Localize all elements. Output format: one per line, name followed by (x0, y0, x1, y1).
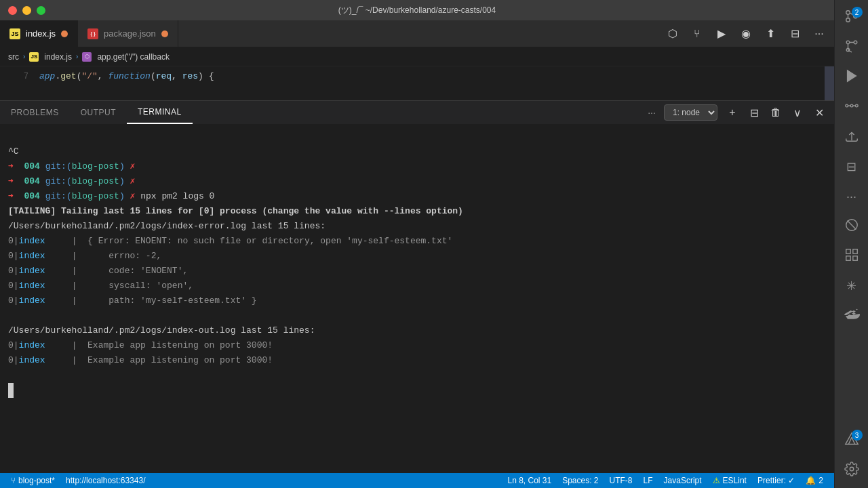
terminal-out-log-path: /Users/burkeholland/.pm2/logs/index-out.… (8, 323, 826, 338)
breadcrumb: src › JS index.js › ⬡ app.get("/") callb… (0, 47, 834, 66)
right-sidebar: 2 ⊟ (834, 0, 868, 488)
delete-terminal-icon[interactable]: 🗑 (766, 103, 785, 122)
sb-bell[interactable]: 🔔 2 (800, 473, 829, 488)
terminal-tailing: [TAILING] Tailing last 15 lines for [0] … (8, 204, 826, 219)
more-icon[interactable]: ··· (810, 24, 829, 43)
close-button[interactable] (8, 6, 17, 15)
breadcrumb-sep-1: › (23, 53, 25, 60)
terminal-blank-2 (8, 368, 826, 383)
rs-more[interactable]: ··· (840, 184, 864, 209)
breadcrumb-file[interactable]: index.js (44, 52, 72, 62)
terminal-out-1: 0|index | Example app listening on port … (8, 338, 826, 353)
titlebar: (ツ)_/¯ ~/Dev/burkeholland/azure-casts/00… (0, 0, 834, 20)
terminal-content[interactable]: ^C ➜ 004 git:(blog-post) ✗ ➜ 004 git:(bl… (0, 124, 834, 473)
rs-grid[interactable] (840, 244, 864, 268)
param-req: req (156, 71, 172, 81)
rs-azure[interactable]: 3 (840, 428, 864, 453)
rs-upload[interactable] (840, 125, 864, 149)
tab-terminal[interactable]: TERMINAL (127, 101, 193, 124)
svg-point-5 (846, 41, 850, 44)
terminal-error-5: 0|index | path: 'my-self-esteem.txt' } (8, 293, 826, 308)
svg-marker-8 (847, 70, 856, 81)
terminal-prompt-1: ➜ 004 git:(blog-post) ✗ (8, 159, 826, 174)
language-text: JavaScript (664, 476, 702, 485)
azure-badge: 3 (852, 430, 863, 441)
js-icon: JS (9, 28, 20, 39)
svg-rect-19 (846, 256, 850, 260)
panel-close-icon[interactable]: ✕ (810, 103, 829, 122)
sb-prettier[interactable]: Prettier: ✓ (752, 473, 800, 488)
git-push-icon[interactable]: ⬆ (761, 24, 780, 43)
new-terminal-icon[interactable]: + (723, 103, 742, 122)
param-res: res (182, 71, 198, 81)
tab-problems[interactable]: PROBLEMS (0, 101, 70, 124)
rs-split[interactable]: ⊟ (840, 155, 864, 179)
sb-encoding[interactable]: UTF-8 (604, 473, 638, 488)
terminal-selector[interactable]: 1: node (664, 104, 717, 121)
split-terminal-icon[interactable]: ⊟ (745, 103, 764, 122)
svg-point-1 (846, 18, 850, 22)
panel: PROBLEMS OUTPUT TERMINAL ··· 1: node + ⊟… (0, 100, 834, 473)
eye-icon[interactable]: ◉ (736, 24, 755, 43)
string-slash: "/" (81, 71, 97, 81)
statusbar: ⑂ blog-post* http://localhost:63343/ Ln … (0, 473, 834, 488)
terminal-error-log-path: /Users/burkeholland/.pm2/logs/index-erro… (8, 219, 826, 234)
sb-branch[interactable]: ⑂ blog-post* (5, 473, 60, 488)
rs-git-merge[interactable] (840, 35, 864, 60)
grid-icon (844, 247, 859, 266)
rs-no-symbol[interactable] (840, 214, 864, 239)
run-icon[interactable]: ▶ (712, 24, 731, 43)
rs-source-control[interactable]: 2 (840, 5, 864, 30)
git-branch-icon: ⑂ (11, 476, 16, 485)
run-debug-icon (844, 68, 859, 87)
sb-spaces[interactable]: Spaces: 2 (557, 473, 604, 488)
terminal-out-2: 0|index | Example app listening on port … (8, 353, 826, 368)
tab-actions: ⬡ ⑂ ▶ ◉ ⬆ ⊟ ··· (658, 20, 834, 47)
tab-package-json[interactable]: { } package.json (78, 20, 178, 47)
line-number: 7 (8, 69, 28, 84)
rs-run[interactable] (840, 65, 864, 89)
sb-language[interactable]: JavaScript (658, 473, 707, 488)
docker-icon (844, 306, 860, 326)
go-back-icon[interactable]: ⬡ (663, 24, 682, 43)
code-editor[interactable]: 7 app.get("/", function(req, res) { (0, 66, 834, 100)
live-share-icon (844, 98, 859, 117)
rs-live-share[interactable] (840, 95, 864, 119)
terminal-prompt-cmd: ➜ 004 git:(blog-post) ✗ npx pm2 logs 0 (8, 189, 826, 204)
split-layout-icon: ⊟ (846, 159, 856, 174)
unsaved-dot (61, 30, 68, 37)
svg-line-16 (847, 220, 856, 229)
minimize-button[interactable] (22, 6, 31, 15)
terminal-error-1: 0|index | { Error: ENOENT: no such file … (8, 234, 826, 249)
sb-eslint[interactable]: ⚠ ESLint (707, 473, 752, 488)
more-dots-icon[interactable]: ··· (642, 103, 661, 122)
terminal-error-2: 0|index | errno: -2, (8, 249, 826, 264)
tab-output[interactable]: OUTPUT (70, 101, 127, 124)
git-merge-icon (844, 39, 859, 57)
sb-position[interactable]: Ln 8, Col 31 (502, 473, 557, 488)
svg-point-9 (850, 104, 853, 107)
svg-rect-20 (852, 256, 856, 260)
panel-actions: ··· 1: node + ⊟ 🗑 ∨ ✕ (637, 101, 834, 124)
breadcrumb-symbol[interactable]: app.get("/") callback (97, 52, 170, 62)
split-editor-icon[interactable]: ⑂ (688, 24, 707, 43)
line-ending-text: LF (644, 476, 653, 485)
tab-index-js[interactable]: JS index.js (0, 20, 78, 47)
rs-settings[interactable] (840, 458, 864, 483)
unsaved-dot (161, 30, 168, 37)
branch-name: blog-post* (18, 476, 55, 485)
maximize-button[interactable] (37, 6, 45, 15)
breadcrumb-src[interactable]: src (8, 52, 19, 62)
layout-icon[interactable]: ⊟ (785, 24, 804, 43)
terminal-error-3: 0|index | code: 'ENOENT', (8, 264, 826, 279)
rs-asterisk[interactable]: ✳ (840, 274, 864, 298)
svg-rect-18 (852, 249, 856, 253)
sb-line-ending[interactable]: LF (638, 473, 658, 488)
panel-collapse-icon[interactable]: ∨ (788, 103, 807, 122)
terminal-cursor-line (8, 383, 826, 398)
punc-comma: , (98, 71, 108, 81)
eslint-text: ESLint (723, 476, 747, 485)
bell-count: 2 (818, 476, 823, 485)
rs-docker[interactable] (840, 304, 864, 328)
sb-url[interactable]: http://localhost:63343/ (60, 473, 151, 488)
